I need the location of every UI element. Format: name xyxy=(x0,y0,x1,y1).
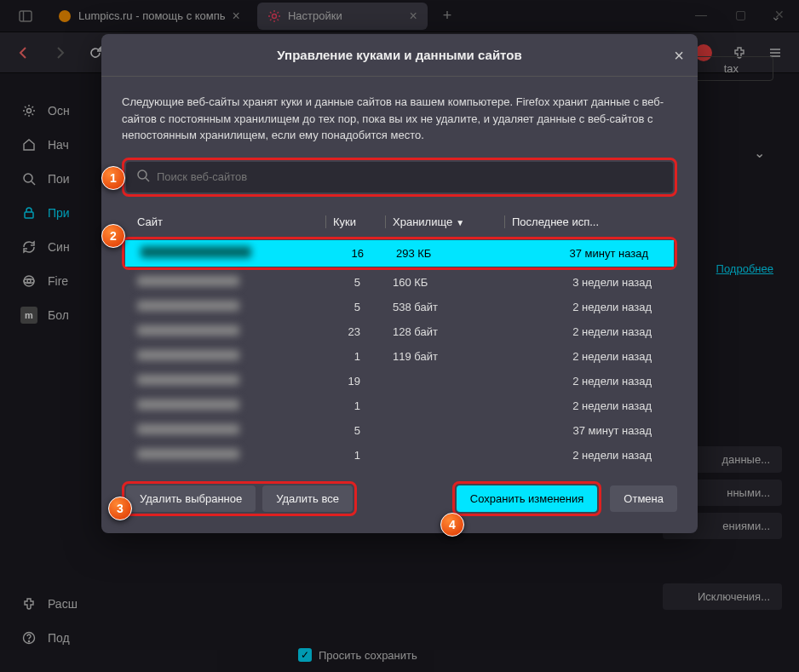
modal-title: Управление куками и данными сайтов xyxy=(277,48,521,62)
svg-line-18 xyxy=(146,178,149,181)
save-changes-button[interactable]: Сохранить изменения xyxy=(457,485,598,512)
modal-overlay: Управление куками и данными сайтов × Сле… xyxy=(0,0,799,672)
remove-all-button[interactable]: Удалить все xyxy=(262,485,353,512)
callout-4: 4 xyxy=(440,513,464,537)
remove-selected-button[interactable]: Удалить выбранное xyxy=(126,485,256,512)
table-row[interactable]: 5 160 КБ 3 недели назад xyxy=(122,270,677,295)
table-row[interactable]: 5 37 минут назад xyxy=(122,418,677,443)
table-row[interactable]: 23 128 байт 2 недели назад xyxy=(122,319,677,344)
svg-point-17 xyxy=(138,170,147,179)
cancel-button[interactable]: Отмена xyxy=(610,485,677,512)
cookies-modal: Управление куками и данными сайтов × Сле… xyxy=(101,34,698,533)
site-name-blurred xyxy=(137,449,239,459)
modal-header: Управление куками и данными сайтов × xyxy=(101,34,698,77)
search-box[interactable] xyxy=(126,162,673,192)
site-name-blurred xyxy=(137,276,239,286)
site-name-blurred xyxy=(137,301,239,311)
site-name-blurred xyxy=(137,325,239,336)
callout-2: 2 xyxy=(101,224,125,248)
col-cookies[interactable]: Куки xyxy=(326,215,386,228)
callout-3: 3 xyxy=(108,497,132,520)
remove-buttons-highlight: Удалить выбранное Удалить все xyxy=(122,481,357,516)
search-icon xyxy=(136,169,150,186)
save-button-highlight: Сохранить изменения xyxy=(452,481,602,516)
sort-desc-icon: ▼ xyxy=(456,218,464,227)
sites-table: Сайт Куки Хранилище▼ Последнее исп... 16… xyxy=(122,209,677,468)
table-row[interactable]: 16 293 КБ 37 минут назад xyxy=(125,240,674,267)
site-search-input[interactable] xyxy=(157,170,663,183)
site-name-blurred xyxy=(141,246,251,258)
modal-description: Следующие веб-сайты хранят куки и данные… xyxy=(122,94,677,144)
table-row[interactable]: 1 119 байт 2 недели назад xyxy=(122,344,677,369)
modal-actions: Удалить выбранное Удалить все Сохранить … xyxy=(122,481,677,516)
site-name-blurred xyxy=(137,399,239,410)
callout-1: 1 xyxy=(101,166,125,190)
site-name-blurred xyxy=(137,375,239,385)
table-row[interactable]: 1 2 недели назад xyxy=(122,443,677,468)
table-row[interactable]: 19 2 недели назад xyxy=(122,369,677,393)
table-row[interactable]: 5 538 байт 2 недели назад xyxy=(122,295,677,319)
table-header: Сайт Куки Хранилище▼ Последнее исп... xyxy=(122,209,677,235)
site-name-blurred xyxy=(137,424,239,434)
col-last-used[interactable]: Последнее исп... xyxy=(505,215,669,228)
col-storage[interactable]: Хранилище▼ xyxy=(386,215,505,228)
search-highlight xyxy=(122,158,677,197)
table-row[interactable]: 1 2 недели назад xyxy=(122,393,677,418)
site-name-blurred xyxy=(137,350,239,360)
close-modal-button[interactable]: × xyxy=(674,46,684,66)
col-site[interactable]: Сайт xyxy=(130,215,326,228)
selected-row-highlight: 16 293 КБ 37 минут назад xyxy=(122,237,677,270)
